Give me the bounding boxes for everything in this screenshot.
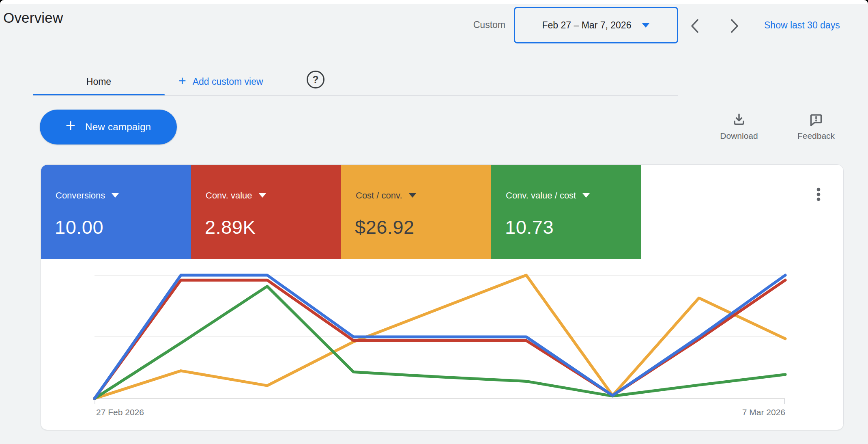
scorecard-conv-value[interactable]: Conv. value 2.89K xyxy=(191,165,341,259)
scorecard-value: 2.89K xyxy=(205,216,256,238)
next-period-button[interactable] xyxy=(724,15,745,37)
plus-icon: + xyxy=(66,117,76,134)
new-campaign-label: New campaign xyxy=(85,121,151,133)
question-mark-icon: ? xyxy=(312,74,318,86)
card-overflow-menu-button[interactable] xyxy=(809,185,828,204)
new-campaign-button[interactable]: + New campaign xyxy=(40,110,177,144)
date-range-value: Feb 27 – Mar 7, 2026 xyxy=(542,20,632,31)
vertical-dots-icon xyxy=(809,185,828,204)
tab-home[interactable]: Home xyxy=(33,69,165,94)
google-ads-overview-page: Overview Custom Feb 27 – Mar 7, 2026 Sho… xyxy=(0,0,868,444)
chevron-left-icon xyxy=(690,18,700,34)
chevron-right-icon xyxy=(729,18,740,34)
page-title: Overview xyxy=(3,10,63,26)
date-range-picker[interactable]: Feb 27 – Mar 7, 2026 xyxy=(514,7,678,43)
scorecard-value: 10.00 xyxy=(55,216,103,238)
dropdown-caret-icon xyxy=(112,193,119,198)
feedback-label: Feedback xyxy=(797,131,835,141)
dropdown-caret-icon xyxy=(409,193,416,198)
scorecard-value: 10.73 xyxy=(505,216,554,238)
scorecard-label: Conv. value / cost xyxy=(506,190,576,201)
trend-chart[interactable] xyxy=(41,259,844,417)
add-custom-view-label: Add custom view xyxy=(193,76,263,87)
dropdown-caret-icon xyxy=(642,23,650,28)
tab-bar-divider xyxy=(33,95,678,96)
trend-line-conv-value xyxy=(95,280,785,399)
download-button[interactable]: Download xyxy=(713,112,765,141)
date-mode-label: Custom xyxy=(406,19,505,30)
x-axis-label-start: 27 Feb 2026 xyxy=(96,407,144,417)
scorecard-label: Cost / conv. xyxy=(356,190,402,201)
trend-line-conv-value-cost xyxy=(95,286,785,399)
x-axis-label-end: 7 Mar 2026 xyxy=(664,407,785,417)
download-icon xyxy=(731,112,747,127)
add-custom-view-button[interactable]: + Add custom view xyxy=(178,69,263,94)
plus-icon: + xyxy=(178,74,186,87)
download-label: Download xyxy=(720,131,758,141)
feedback-icon xyxy=(808,112,824,127)
scorecard-conversions[interactable]: Conversions 10.00 xyxy=(41,165,191,259)
previous-period-button[interactable] xyxy=(685,15,705,37)
scorecard-label: Conversions xyxy=(56,190,105,201)
window-top-strip xyxy=(0,0,868,4)
overview-summary-card: Conversions 10.00 Conv. value 2.89K Cost… xyxy=(41,164,844,430)
scorecard-value: $26.92 xyxy=(355,216,415,238)
scorecard-cost-per-conv[interactable]: Cost / conv. $26.92 xyxy=(341,165,491,259)
dropdown-caret-icon xyxy=(259,193,266,198)
show-last-30-days-link[interactable]: Show last 30 days xyxy=(764,20,840,31)
help-button[interactable]: ? xyxy=(307,71,324,88)
dropdown-caret-icon xyxy=(582,193,590,198)
feedback-button[interactable]: Feedback xyxy=(790,112,842,141)
scorecard-label: Conv. value xyxy=(206,190,252,201)
scorecard-conv-value-per-cost[interactable]: Conv. value / cost 10.73 xyxy=(491,165,641,259)
